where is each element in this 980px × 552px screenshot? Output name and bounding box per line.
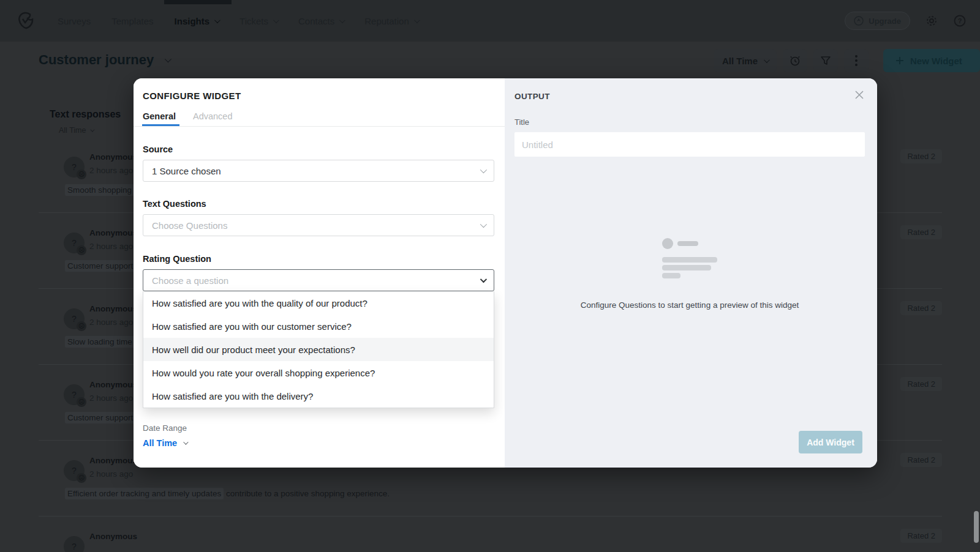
source-label: Source — [143, 144, 494, 154]
configure-pane: CONFIGURE WIDGET General Advanced Source… — [134, 78, 505, 468]
response-text: Customer support — [65, 261, 135, 270]
top-navigation-bar: Surveys Templates Insights Tickets Conta… — [0, 0, 980, 42]
modal-tabs: General Advanced — [143, 111, 494, 126]
skeleton-bar — [677, 241, 698, 246]
rocket-icon — [854, 16, 864, 26]
rating-badge: Rated 2 — [900, 453, 942, 467]
close-icon[interactable] — [854, 89, 865, 100]
sentiment-emoji-icon: ☹ — [77, 397, 86, 407]
rating-badge: Rated 2 — [900, 149, 942, 163]
brand-logo[interactable] — [16, 11, 36, 31]
page-title: Customer journey — [39, 52, 154, 68]
date-range-dropdown[interactable]: All Time — [143, 438, 494, 448]
schedule-button[interactable] — [783, 49, 807, 72]
configure-widget-modal: CONFIGURE WIDGET General Advanced Source… — [134, 78, 877, 468]
nav-item-tickets[interactable]: Tickets — [239, 16, 277, 26]
rating-badge: Rated 2 — [900, 301, 942, 315]
response-text: Slow loading time — [65, 337, 135, 346]
rating-question-options-list: How satisfied are you with the quality o… — [143, 291, 494, 408]
rating-question-select[interactable]: Choose a question — [143, 269, 494, 291]
chevron-down-icon — [480, 276, 487, 283]
kebab-menu-icon — [855, 55, 858, 66]
rating-badge: Rated 2 — [900, 225, 942, 239]
nav-right-controls: Upgrade ? — [845, 0, 967, 42]
page-title-dropdown[interactable]: Customer journey — [39, 52, 170, 68]
svg-text:?: ? — [958, 17, 962, 24]
panel-time-filter[interactable]: All Time — [59, 126, 93, 135]
rating-badge: Rated 2 — [900, 529, 942, 543]
text-questions-label: Text Questions — [143, 199, 494, 209]
chevron-down-icon — [480, 221, 487, 228]
chevron-down-icon — [764, 57, 770, 63]
skeleton-avatar — [662, 238, 673, 249]
chevron-down-icon — [414, 17, 420, 23]
response-row: ? Anonymous Rated 2 — [39, 529, 942, 552]
sentiment-emoji-icon: ☹ — [77, 170, 86, 179]
chevron-down-icon — [91, 127, 95, 132]
option-customer-service[interactable]: How satisfied are you with our customer … — [143, 315, 494, 338]
output-title: OUTPUT — [514, 92, 865, 101]
page-header: Customer journey All Time — [0, 42, 980, 82]
skeleton-bar — [662, 265, 711, 270]
row-divider — [39, 516, 942, 517]
response-text: Efficient order tracking and timely upda… — [65, 489, 390, 498]
modal-title: CONFIGURE WIDGET — [143, 91, 494, 101]
new-widget-button[interactable]: New Widget — [883, 49, 980, 72]
response-text: Customer support — [65, 413, 135, 422]
add-widget-button[interactable]: Add Widget — [799, 431, 862, 453]
chevron-down-icon — [480, 166, 487, 173]
tab-advanced[interactable]: Advanced — [193, 111, 233, 126]
tabs-divider — [134, 126, 505, 127]
option-delivery[interactable]: How satisfied are you with the delivery? — [143, 384, 494, 408]
option-meet-expectations[interactable]: How well did our product meet your expec… — [143, 338, 494, 361]
more-options-button[interactable] — [844, 49, 869, 72]
option-shopping-experience[interactable]: How would you rate your overall shopping… — [143, 361, 494, 384]
sentiment-emoji-icon: ☹ — [77, 245, 86, 255]
sentiment-emoji-icon: ☹ — [77, 473, 86, 483]
panel-title: Text responses — [50, 109, 121, 120]
settings-gear-icon[interactable] — [925, 14, 938, 28]
title-field-label: Title — [514, 117, 865, 127]
filter-button[interactable] — [813, 49, 838, 72]
skeleton-bar — [662, 273, 680, 278]
app-screen: Surveys Templates Insights Tickets Conta… — [0, 0, 980, 552]
scrollbar-thumb[interactable] — [974, 511, 979, 543]
response-text: Smooth shopping — [65, 185, 134, 195]
chevron-down-icon — [273, 17, 279, 23]
output-pane: OUTPUT Title Configure Questions to star… — [505, 78, 877, 468]
nav-item-contacts[interactable]: Contacts — [298, 16, 344, 26]
rating-badge: Rated 2 — [900, 377, 942, 391]
date-range-label: Date Range — [143, 423, 494, 433]
chevron-down-icon — [165, 56, 172, 62]
chevron-down-icon — [214, 17, 221, 23]
text-questions-select[interactable]: Choose Questions — [143, 214, 494, 236]
upgrade-button[interactable]: Upgrade — [845, 12, 910, 30]
plus-icon — [895, 56, 904, 65]
rating-question-label: Rating Question — [143, 254, 494, 264]
nav-item-insights[interactable]: Insights — [175, 16, 219, 26]
chevron-down-icon — [339, 17, 345, 23]
skeleton-bar — [662, 257, 717, 263]
nav-menu: Surveys Templates Insights Tickets Conta… — [58, 0, 418, 42]
funnel-icon — [820, 55, 831, 66]
help-icon[interactable]: ? — [953, 14, 967, 28]
source-select[interactable]: 1 Source chosen — [143, 160, 494, 182]
tab-general[interactable]: General — [143, 111, 176, 126]
option-quality-of-product[interactable]: How satisfied are you with the quality o… — [143, 291, 494, 315]
nav-item-templates[interactable]: Templates — [111, 16, 153, 26]
avatar: ? — [64, 536, 85, 552]
widget-title-input[interactable] — [514, 132, 865, 157]
active-tab-underline — [142, 124, 179, 126]
header-actions: All Time — [714, 49, 980, 72]
widget-preview-skeleton — [662, 238, 717, 278]
time-filter-dropdown[interactable]: All Time — [714, 49, 777, 72]
sentiment-emoji-icon: ☹ — [77, 321, 86, 331]
nav-item-reputation[interactable]: Reputation — [364, 16, 418, 26]
alarm-clock-icon — [789, 54, 801, 67]
empty-preview-message: Configure Questions to start getting a p… — [514, 300, 865, 310]
nav-item-surveys[interactable]: Surveys — [58, 16, 91, 26]
chevron-down-icon — [183, 439, 188, 444]
